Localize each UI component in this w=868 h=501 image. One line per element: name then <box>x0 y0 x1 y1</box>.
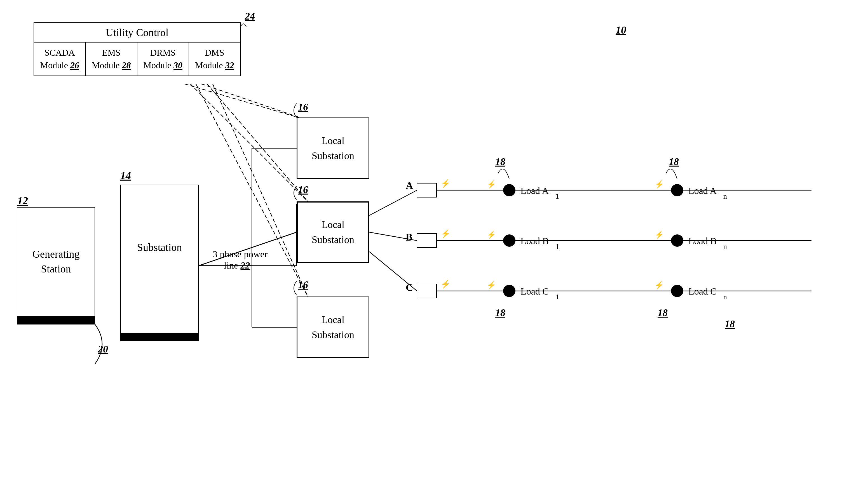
svg-text:18: 18 <box>669 156 679 167</box>
drms-module-number: 30 <box>173 60 182 70</box>
svg-text:3 phase power: 3 phase power <box>213 249 268 259</box>
ems-module: EMSModule 28 <box>86 43 138 75</box>
local-substation-middle: LocalSubstation <box>297 201 369 263</box>
dms-module: DMSModule 32 <box>189 43 240 75</box>
svg-text:14: 14 <box>120 170 131 181</box>
svg-text:⚡: ⚡ <box>655 180 664 189</box>
utility-control-title: Utility Control <box>34 23 240 43</box>
drms-module: DRMSModule 30 <box>137 43 189 75</box>
svg-text:16: 16 <box>298 279 308 290</box>
svg-line-0 <box>185 84 308 120</box>
substation-bottom-bar <box>121 333 198 341</box>
svg-text:20: 20 <box>98 343 108 355</box>
svg-text:1: 1 <box>555 243 559 250</box>
svg-rect-23 <box>417 284 436 298</box>
svg-text:18: 18 <box>725 318 735 330</box>
svg-text:Load C: Load C <box>520 286 549 297</box>
svg-text:24: 24 <box>245 11 255 22</box>
svg-text:C: C <box>406 282 413 293</box>
svg-line-4 <box>207 84 308 201</box>
svg-text:⚡: ⚡ <box>441 229 451 238</box>
substation-box: Substation <box>120 185 199 341</box>
svg-text:18: 18 <box>658 307 668 318</box>
svg-text:⚡: ⚡ <box>655 280 664 289</box>
svg-text:⚡: ⚡ <box>441 179 451 188</box>
svg-text:1: 1 <box>555 293 559 301</box>
svg-text:Load A: Load A <box>520 185 549 196</box>
ems-module-number: 28 <box>122 60 131 70</box>
svg-text:⚡: ⚡ <box>655 230 664 239</box>
svg-text:Load C: Load C <box>688 286 717 297</box>
generating-station-box: GeneratingStation <box>17 207 95 324</box>
substation-label: Substation <box>121 185 198 254</box>
svg-text:Load B: Load B <box>520 236 549 246</box>
local-substation-top: LocalSubstation <box>297 117 369 179</box>
svg-text:A: A <box>406 180 413 191</box>
scada-module: SCADAModule 26 <box>34 43 86 75</box>
svg-text:n: n <box>723 293 727 301</box>
svg-text:⚡: ⚡ <box>487 180 496 189</box>
utility-control-box: Utility Control SCADAModule 26 EMSModule… <box>34 22 241 76</box>
local-substation-bottom: LocalSubstation <box>297 297 369 358</box>
svg-text:n: n <box>723 243 727 250</box>
svg-point-34 <box>671 184 683 196</box>
svg-text:1: 1 <box>555 192 559 200</box>
generating-station-label: GeneratingStation <box>17 207 95 276</box>
svg-line-1 <box>190 84 308 201</box>
svg-rect-22 <box>417 234 436 247</box>
svg-point-30 <box>503 184 516 196</box>
svg-text:18: 18 <box>495 156 505 167</box>
svg-rect-21 <box>417 183 436 197</box>
svg-text:n: n <box>723 192 727 200</box>
svg-line-15 <box>369 190 417 215</box>
svg-text:16: 16 <box>298 102 308 113</box>
svg-text:Load A: Load A <box>688 185 717 196</box>
svg-point-38 <box>503 234 516 247</box>
dms-module-number: 32 <box>225 60 234 70</box>
svg-point-46 <box>503 285 516 297</box>
svg-text:line 22: line 22 <box>224 260 250 270</box>
diagram-container: A ⚡ B ⚡ C ⚡ ⚡ Load A 1 ⚡ Load A n ⚡ Load… <box>0 0 868 501</box>
svg-text:16: 16 <box>298 184 308 195</box>
svg-text:B: B <box>406 232 412 243</box>
svg-text:Load B: Load B <box>688 236 717 246</box>
generating-station-bottom-bar <box>17 316 95 324</box>
svg-text:⚡: ⚡ <box>487 230 496 239</box>
svg-text:10: 10 <box>616 24 626 36</box>
svg-text:⚡: ⚡ <box>441 279 451 289</box>
svg-text:18: 18 <box>495 307 505 318</box>
svg-text:⚡: ⚡ <box>487 280 496 289</box>
svg-text:12: 12 <box>17 195 28 206</box>
scada-module-number: 26 <box>70 60 79 70</box>
svg-line-3 <box>201 84 308 120</box>
svg-point-42 <box>671 234 683 247</box>
svg-point-50 <box>671 285 683 297</box>
utility-control-modules: SCADAModule 26 EMSModule 28 DRMSModule 3… <box>34 43 240 75</box>
